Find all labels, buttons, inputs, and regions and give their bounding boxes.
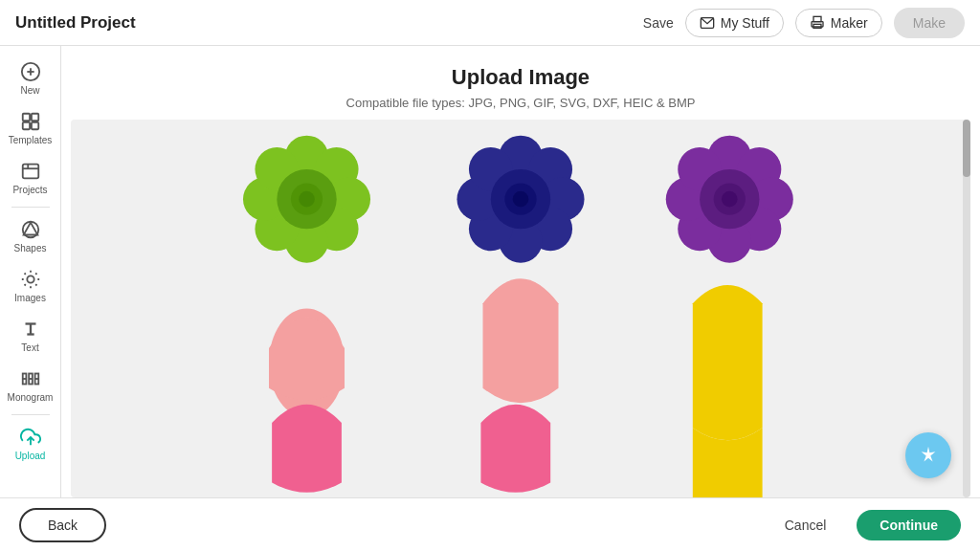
sidebar: New Templates Projects (0, 46, 61, 497)
svg-rect-9 (22, 122, 29, 129)
sidebar-item-text[interactable]: Text (0, 311, 60, 361)
petal-pink-3 (272, 405, 342, 493)
fab-button[interactable] (905, 432, 951, 478)
svg-point-48 (513, 191, 529, 208)
sidebar-item-projects[interactable]: Projects (0, 153, 60, 203)
svg-point-16 (27, 276, 33, 282)
sidebar-label-projects: Projects (12, 185, 47, 195)
svg-rect-11 (22, 165, 38, 179)
envelope-icon (700, 15, 715, 31)
petal-pink-2 (483, 278, 559, 403)
monogram-icon (20, 368, 41, 389)
upload-title: Upload Image (346, 65, 696, 90)
sidebar-label-text: Text (21, 342, 38, 353)
sparkle-icon (918, 445, 939, 466)
plus-icon (20, 61, 41, 82)
text-icon (20, 319, 41, 340)
content-area: Upload Image Compatible file types: JPG,… (61, 46, 980, 497)
sidebar-label-images: Images (14, 293, 46, 303)
svg-rect-1 (813, 16, 821, 21)
printer-icon (810, 15, 825, 31)
sidebar-label-upload: Upload (15, 451, 46, 461)
svg-point-59 (722, 191, 738, 208)
svg-rect-8 (31, 114, 37, 121)
sidebar-divider-2 (11, 414, 50, 415)
flower-green (243, 136, 370, 263)
header-actions: Save My Stuff Maker Make (643, 8, 965, 38)
upload-subtitle: Compatible file types: JPG, PNG, GIF, SV… (346, 96, 696, 110)
upload-header: Upload Image Compatible file types: JPG,… (346, 46, 696, 120)
sidebar-item-upload[interactable]: Upload (0, 419, 60, 469)
footer: Back Cancel Continue (0, 497, 980, 551)
projects-icon (20, 161, 41, 182)
sidebar-item-monogram[interactable]: Monogram (0, 361, 60, 410)
header: Untitled Project Save My Stuff Maker Mak… (0, 0, 980, 46)
petal-pink-4 (480, 405, 550, 493)
flower-purple (666, 136, 793, 263)
sidebar-item-images[interactable]: Images (0, 261, 60, 311)
svg-point-37 (299, 191, 315, 208)
flower-navy (457, 136, 584, 263)
images-icon (20, 269, 41, 290)
petal-yellow (693, 285, 763, 440)
shapes-icon (20, 219, 41, 240)
cancel-button[interactable]: Cancel (766, 510, 846, 540)
templates-icon (20, 111, 41, 132)
footer-right: Cancel Continue (766, 510, 961, 540)
sidebar-label-shapes: Shapes (14, 243, 47, 253)
svg-rect-3 (813, 24, 821, 28)
sidebar-label-monogram: Monogram (8, 392, 54, 403)
my-stuff-button[interactable]: My Stuff (685, 9, 784, 37)
sidebar-label-templates: Templates (9, 135, 53, 145)
save-button[interactable]: Save (643, 15, 674, 31)
sidebar-divider-1 (11, 207, 50, 208)
maker-button[interactable]: Maker (795, 9, 882, 37)
canvas-svg (71, 120, 970, 497)
project-title: Untitled Project (15, 13, 136, 33)
main-layout: New Templates Projects (0, 46, 980, 497)
make-button[interactable]: Make (894, 8, 965, 38)
sidebar-item-templates[interactable]: Templates (0, 103, 60, 153)
canvas-container (71, 120, 970, 497)
back-button[interactable]: Back (19, 508, 106, 542)
svg-rect-10 (31, 122, 37, 129)
scrollbar-track (963, 120, 970, 497)
svg-rect-7 (22, 114, 29, 121)
sidebar-label-new: New (20, 85, 39, 96)
scrollbar-thumb[interactable] (963, 120, 970, 177)
upload-icon (20, 427, 41, 448)
continue-button[interactable]: Continue (857, 510, 961, 540)
sidebar-item-shapes[interactable]: Shapes (0, 211, 60, 261)
sidebar-item-new[interactable]: New (0, 54, 60, 103)
